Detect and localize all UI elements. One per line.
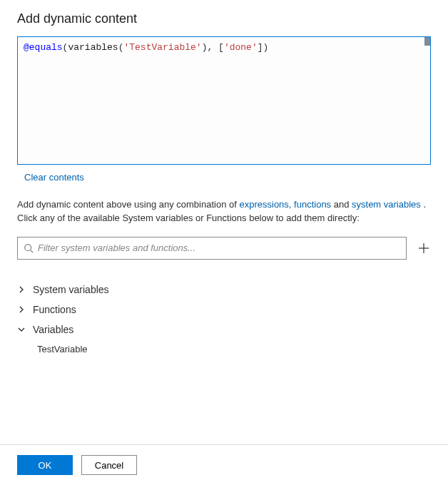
help-text: Add dynamic content above using any comb… <box>17 198 431 225</box>
tree-group-label: Variables <box>33 324 73 335</box>
expressions-functions-link[interactable]: expressions, functions <box>239 199 331 210</box>
tree-group-variables[interactable]: Variables <box>17 320 431 340</box>
svg-point-0 <box>25 244 31 250</box>
tree-leaf[interactable]: TestVariable <box>17 340 431 359</box>
expr-token: 'done' <box>224 42 258 53</box>
chevron-right-icon <box>17 285 26 294</box>
expr-token: @equals <box>24 42 63 53</box>
filter-input[interactable] <box>38 242 400 253</box>
expr-token: 'TestVariable' <box>123 42 201 53</box>
footer: OK Cancel <box>0 444 448 485</box>
system-variables-link[interactable]: system variables <box>352 199 421 210</box>
svg-line-1 <box>31 250 34 252</box>
clear-contents-link[interactable]: Clear contents <box>24 172 84 183</box>
chevron-down-icon <box>17 325 26 334</box>
cancel-button[interactable]: Cancel <box>81 455 137 475</box>
page-title: Add dynamic content <box>17 11 431 26</box>
help-mid: and <box>331 199 352 210</box>
tree: System variablesFunctionsVariablesTestVa… <box>17 280 431 359</box>
filter-box[interactable] <box>17 237 407 260</box>
tree-group-label: System variables <box>33 284 109 295</box>
chevron-right-icon <box>17 305 26 314</box>
expr-token: ), [ <box>202 42 224 53</box>
tree-group-label: Functions <box>33 304 76 315</box>
expr-token: ]) <box>258 42 269 53</box>
expression-editor[interactable]: @equals(variables('TestVariable'), ['don… <box>17 36 431 165</box>
add-button[interactable] <box>417 241 431 255</box>
help-pre: Add dynamic content above using any comb… <box>17 199 239 210</box>
tree-group-functions[interactable]: Functions <box>17 300 431 320</box>
tree-group-system-variables[interactable]: System variables <box>17 280 431 300</box>
ok-button[interactable]: OK <box>17 455 73 475</box>
plus-icon <box>418 242 429 254</box>
expr-token: variables <box>68 42 118 53</box>
search-icon <box>24 243 34 253</box>
